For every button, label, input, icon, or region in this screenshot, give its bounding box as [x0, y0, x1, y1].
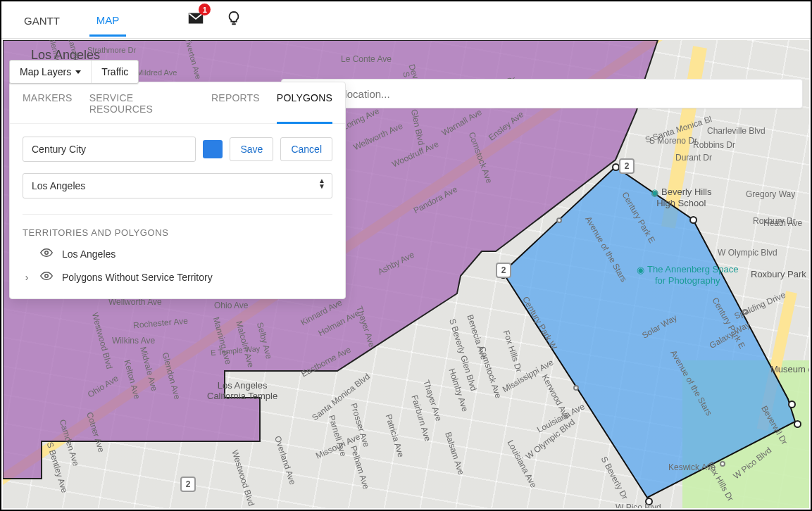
route-marker: 2 — [180, 477, 196, 492]
svg-point-2 — [45, 251, 49, 255]
polygon-vertex[interactable] — [794, 420, 801, 428]
polygon-midpoint[interactable] — [556, 217, 562, 223]
chevron-down-icon — [75, 70, 81, 74]
map-search-bar[interactable] — [281, 79, 803, 108]
territory-select[interactable]: Los Angeles — [23, 173, 332, 198]
svg-marker-1 — [503, 167, 795, 498]
svg-point-3 — [45, 275, 49, 278]
polygon-midpoint[interactable] — [652, 191, 658, 196]
expand-toggle-icon[interactable]: › — [23, 272, 31, 283]
territory-item-label: Polygons Without Service Territory — [62, 272, 213, 283]
map-layers-label: Map Layers — [20, 66, 71, 77]
polygon-midpoint[interactable] — [720, 461, 725, 467]
app-top-bar: GANTT MAP 1 — [1, 1, 811, 39]
route-marker: 2 — [496, 263, 511, 278]
polygon-vertex[interactable] — [788, 400, 796, 408]
territory-list-item[interactable]: › Polygons Without Service Territory — [10, 261, 345, 298]
panel-tab-markers[interactable]: MARKERS — [23, 92, 73, 123]
eye-icon — [40, 270, 53, 282]
save-button[interactable]: Save — [230, 137, 273, 161]
polygon-midpoint[interactable] — [742, 309, 748, 315]
map-layers-button[interactable]: Map Layers — [10, 61, 92, 83]
polygon-color-swatch[interactable] — [203, 140, 223, 158]
territory-item-label: Los Angeles — [62, 248, 115, 260]
map-canvas[interactable]: 2 2 2 Los Angeles California Temple ◉Bev… — [3, 40, 809, 508]
visibility-toggle-icon[interactable] — [39, 270, 54, 284]
visibility-toggle-icon[interactable] — [39, 246, 54, 261]
cancel-button[interactable]: Cancel — [280, 137, 332, 161]
section-heading: TERRITORIES AND POLYGONS — [10, 215, 345, 238]
eye-icon — [40, 246, 53, 259]
lightbulb-icon — [226, 11, 242, 26]
territory-list-item[interactable]: Los Angeles — [10, 238, 345, 261]
map-layer-menu: Map Layers Traffic — [9, 60, 139, 84]
polygon-vertex[interactable] — [689, 216, 697, 224]
notifications-button[interactable]: 1 — [188, 11, 204, 29]
panel-tab-service-resources[interactable]: SERVICE RESOURCES — [89, 92, 194, 123]
route-marker: 2 — [619, 158, 635, 174]
polygon-midpoint[interactable] — [573, 385, 579, 391]
polygon-vertex[interactable] — [645, 498, 653, 505]
map-search-input[interactable] — [292, 87, 792, 101]
panel-tab-reports[interactable]: REPORTS — [211, 92, 260, 123]
tab-map[interactable]: MAP — [89, 4, 127, 37]
panel-tabs: MARKERS SERVICE RESOURCES REPORTS POLYGO… — [10, 82, 345, 124]
notification-badge: 1 — [199, 4, 211, 15]
polygon-name-input[interactable] — [23, 137, 196, 162]
map-layers-panel: MARKERS SERVICE RESOURCES REPORTS POLYGO… — [9, 82, 346, 299]
polygon-draft-century-city[interactable] — [496, 146, 809, 508]
tab-gantt[interactable]: GANTT — [17, 4, 67, 35]
help-button[interactable] — [226, 11, 242, 29]
panel-tab-polygons[interactable]: POLYGONS — [277, 92, 332, 124]
map-traffic-button[interactable]: Traffic — [92, 61, 138, 83]
